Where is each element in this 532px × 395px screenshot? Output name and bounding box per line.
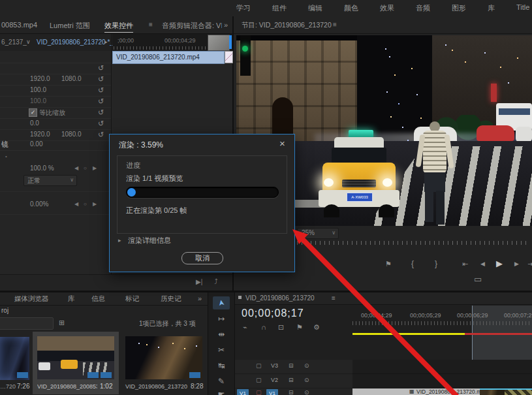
target-clip-name[interactable]: VID_20190806_213720 *_ [37, 39, 114, 46]
add-marker-button[interactable]: ⚑ [385, 260, 392, 268]
reset-anchor-icon[interactable]: ↺ [98, 131, 104, 139]
source-patch-v1-badge[interactable]: V1 [237, 389, 249, 395]
ec-lane-clip[interactable]: VID_20190806_213720.mp4 [112, 51, 225, 64]
track-v1-badge[interactable]: V1 [266, 389, 278, 395]
workspace-tab-graphics[interactable]: 图形 [452, 3, 466, 13]
eye-icon[interactable]: ⊙ [304, 389, 309, 395]
tab-audio-clip-mixer[interactable]: 音频剪辑混合器: VID [162, 21, 222, 31]
slip-tool-button[interactable]: ↹ [213, 359, 230, 372]
reset-scale-icon[interactable]: ↺ [98, 86, 104, 95]
timeline-tab[interactable]: VID_20190806_213720 [245, 294, 315, 302]
lock-icon[interactable]: ▢ [256, 389, 262, 395]
add-marker-icon[interactable]: ⚑ [296, 323, 303, 332]
program-monitor-tab[interactable]: 节目: VID_20190806_213720 [242, 21, 332, 30]
tab-lumetri-scopes[interactable]: Lumetri 范围 [50, 21, 90, 31]
sync-lock-icon[interactable]: ⊟ [289, 389, 294, 395]
export-frame-button[interactable]: ▭ [474, 274, 482, 284]
track-content-v1[interactable]: ▦ VID_20190806_213720.mp4 [V] [352, 388, 532, 395]
search-input[interactable] [0, 317, 54, 330]
track-label-v3[interactable]: V3 [271, 362, 278, 369]
track-select-tool-button[interactable]: ↦ [213, 312, 230, 325]
panel-menu-icon[interactable]: ≡ [149, 21, 153, 28]
tab-media-browser[interactable]: 媒体浏览器 [14, 294, 49, 304]
eye-icon[interactable]: ⊙ [304, 362, 309, 369]
track-label-v2[interactable]: V2 [271, 377, 278, 383]
play-around-icon[interactable]: ▶| [196, 278, 202, 285]
details-expander-label[interactable]: 渲染详细信息 [128, 236, 171, 245]
keyframe-prev-icon[interactable]: ◀ [74, 165, 81, 171]
monitor-scrub-ruler[interactable] [297, 241, 529, 245]
view-grid-icon[interactable]: ⊞ [59, 319, 65, 327]
workspace-tab-audio[interactable]: 音频 [416, 3, 430, 13]
ec-mini-ruler[interactable] [114, 46, 206, 50]
workspace-tab-libraries[interactable]: 库 [488, 3, 495, 13]
tab-clip-00853[interactable]: 00853.mp4 [1, 21, 37, 29]
linked-selection-icon[interactable]: ∩ [261, 323, 266, 331]
reset-position-icon[interactable]: ↺ [98, 75, 104, 84]
pen-tool-button[interactable]: ✎ [213, 375, 230, 388]
timeline-ruler[interactable] [352, 321, 532, 325]
export-icon[interactable]: ⤴ [214, 277, 218, 285]
media-item-selected[interactable]: VID_20190808_200853. 1:02 [33, 332, 119, 394]
tab-overflow-icon[interactable]: » [198, 294, 202, 302]
clip-v1-filmstrip[interactable] [480, 388, 505, 395]
opacity-value[interactable]: 100.0 % [30, 165, 54, 172]
close-icon[interactable]: × [279, 138, 285, 149]
play-button[interactable]: ▶ [496, 259, 503, 268]
nest-toggle-icon[interactable]: ⊡ [278, 323, 284, 332]
track-content-v2[interactable] [352, 374, 532, 388]
keyframe-prev-icon[interactable]: ◀ [74, 201, 81, 207]
reset-rotation-icon[interactable]: ↺ [98, 119, 104, 128]
tab-info[interactable]: 信息 [91, 294, 105, 304]
panel-menu-icon[interactable]: ≡ [333, 21, 337, 28]
chevron-down-icon[interactable]: ∨ [26, 39, 31, 45]
reset-uniform-icon[interactable]: ↺ [98, 108, 104, 117]
anchor-y-value[interactable]: 1080.0 [61, 131, 82, 138]
workspace-tab-assembly[interactable]: 组件 [272, 3, 287, 13]
workspace-tab-color[interactable]: 颜色 [344, 3, 358, 13]
timeline-settings-wrench-icon[interactable]: ⚙ [313, 323, 320, 332]
clip-v1[interactable]: ▦ VID_20190806_213720.mp4 [V] [352, 388, 480, 395]
sync-lock-icon[interactable]: ⊟ [289, 362, 294, 369]
tab-history[interactable]: 历史记 [161, 294, 181, 304]
workspace-tab-titles[interactable]: Title [516, 3, 529, 13]
keyframe-add-icon[interactable]: ○ [84, 165, 89, 171]
zoom-level-select[interactable]: 25% ∨ [297, 228, 339, 239]
ripple-edit-tool-button[interactable]: ⇹ [213, 328, 230, 341]
go-to-out-button[interactable]: ⇥ [527, 260, 532, 268]
hand-tool-button[interactable]: ☛ [213, 388, 230, 395]
selection-tool-button[interactable]: ➤ [213, 296, 230, 309]
razor-tool-button[interactable]: ✂ [213, 343, 230, 356]
position-y-value[interactable]: 1080.0 [61, 75, 82, 82]
panel-menu-icon[interactable]: ≡ [332, 294, 336, 302]
time-remap-value[interactable]: 0.00% [30, 200, 48, 208]
rotation-value[interactable]: 0.0 [30, 119, 39, 127]
tab-overflow-icon[interactable]: » [224, 21, 228, 29]
tab-libraries[interactable]: 库 [68, 294, 75, 304]
uniform-scale-checkbox[interactable]: ✓ [29, 108, 37, 117]
snap-toggle-icon[interactable]: ⌁ [243, 323, 247, 332]
timeline-timecode[interactable]: 00;00;08;17 [242, 308, 304, 319]
workspace-tab-learning[interactable]: 学习 [236, 3, 251, 13]
mark-out-button[interactable]: } [435, 259, 437, 268]
antiflicker-value[interactable]: 0.00 [30, 140, 42, 148]
step-back-button[interactable]: ◀ [480, 261, 485, 267]
ec-zoom-handle[interactable] [229, 35, 232, 49]
scale-value[interactable]: 100.0 [30, 86, 46, 93]
lock-icon[interactable]: ▢ [256, 362, 262, 369]
keyframe-next-icon[interactable]: ▶ [93, 201, 99, 207]
workspace-tab-editing[interactable]: 编辑 [308, 3, 322, 13]
workspace-tab-effects[interactable]: 效果 [380, 3, 394, 13]
cancel-button[interactable]: 取消 [181, 252, 223, 264]
reset-motion-icon[interactable]: ↺ [98, 64, 104, 72]
details-expander-arrow-icon[interactable]: ▸ [118, 237, 121, 244]
reset-scale-width-icon[interactable]: ↺ [98, 97, 104, 106]
go-to-in-button[interactable]: ⇤ [462, 260, 468, 268]
keyframe-add-icon[interactable]: ○ [84, 201, 89, 207]
media-item[interactable]: …720 7:26 [0, 333, 30, 393]
step-forward-button[interactable]: ▶ [514, 261, 519, 267]
position-x-value[interactable]: 1920.0 [30, 75, 50, 82]
sync-lock-icon[interactable]: ⊟ [289, 377, 294, 383]
track-content-v3[interactable] [352, 360, 532, 374]
anchor-x-value[interactable]: 1920.0 [30, 131, 50, 138]
